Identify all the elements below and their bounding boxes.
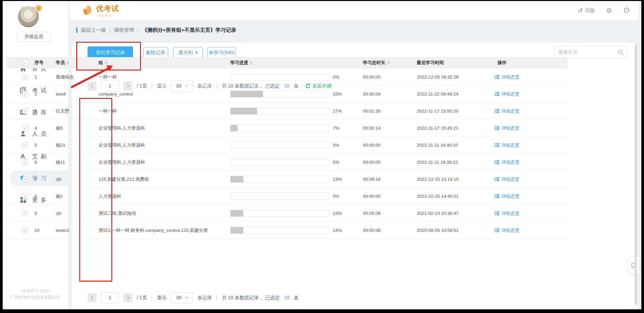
row-checkbox[interactable]: ✓ (22, 227, 28, 233)
logo-bird-icon (81, 4, 94, 17)
cell-duration: 00:09:18 (363, 171, 381, 188)
cell-group: 企业管理科,人力资源科 (99, 137, 145, 154)
topbar: 优考试 一匠优考试一 ↺ 旧版 ⚙ (70, 1, 639, 20)
show-label: 显示 (157, 295, 166, 301)
detail-list-icon (495, 177, 499, 181)
delete-records-button[interactable]: 删除记录 (143, 47, 168, 58)
avatar[interactable]: V (17, 6, 39, 28)
header-duration[interactable]: 学习总时长 (363, 57, 390, 68)
sort-icon[interactable] (67, 61, 69, 64)
detail-progress-link[interactable]: 详细进度 (495, 154, 519, 171)
page-number-input[interactable] (101, 292, 119, 303)
detail-list-icon (495, 194, 499, 198)
cell-duration: 00:00:00 (363, 154, 381, 171)
cell-student: lester2 (56, 222, 70, 239)
row-checkbox[interactable]: ✓ (22, 142, 28, 148)
vip-badge-icon: V (35, 4, 42, 12)
row-checkbox[interactable]: ✓ (22, 91, 28, 97)
separator: | (216, 295, 218, 300)
cell-index: 10 (34, 222, 39, 239)
progress-bar (230, 176, 329, 183)
unlearned-filter-button[interactable]: 未学习(540) (207, 47, 236, 58)
header-actions: 操作 (498, 57, 507, 68)
sort-icon[interactable] (387, 61, 390, 64)
cell-last-time: 2022-11-22 09:48:24 (417, 86, 458, 103)
breadcrumb-back-link[interactable]: 返回上一级 (81, 27, 106, 33)
detail-progress-link[interactable]: 详细进度 (495, 103, 519, 120)
cell-index: 5 (34, 137, 37, 154)
search-input[interactable] (558, 46, 615, 58)
learning-records-table: ✓ 序号 学员 组 学习进度 学习总时长 最近学习时间 操作 ✓ 1 風继续吹 … (7, 57, 567, 239)
footer-line1: 优考试 © 2023 (3, 288, 68, 294)
cell-group: 测试二组,测试拖动 (99, 205, 136, 222)
header-last-time: 最近学习时间 (417, 57, 444, 68)
cell-last-time: 2022-11-17 15:50:20 (417, 103, 458, 120)
table-row: ✓ 9 zjh 测试二组,测试拖动 13% 00:05:09 2021-02-2… (7, 205, 567, 222)
settings-gear-icon[interactable]: ⚙ (606, 7, 612, 14)
detail-progress-link[interactable]: 详细进度 (495, 86, 519, 103)
breadcrumb: 返回上一级 | 课程管理 / 《测积分+所有组+不显示主页》学习记录 (76, 26, 236, 34)
power-logout-icon[interactable] (623, 7, 630, 15)
progress-bar (230, 227, 329, 234)
app-window: V 升级会员 首 页 考 试 题 库 人 员 (3, 1, 641, 309)
cell-duration: 00:05:09 (363, 205, 381, 222)
row-checkbox[interactable]: ✓ (22, 159, 28, 165)
sort-icon[interactable] (105, 61, 108, 64)
cell-percent: 27% (333, 103, 342, 120)
cell-group: 人力资源科 (99, 188, 121, 205)
row-checkbox[interactable]: ✓ (22, 125, 28, 131)
row-checkbox[interactable]: ✓ (22, 108, 28, 114)
select-all-checkbox[interactable]: ✓ (22, 60, 28, 65)
table-row: ✓ 2 test4 company_control 33% 00:30:04 2… (7, 86, 567, 103)
detail-progress-link[interactable]: 详细进度 (495, 120, 519, 137)
detail-progress-link[interactable]: 详细进度 (495, 68, 519, 86)
header-student[interactable]: 学员 (56, 57, 69, 68)
show-columns-label: 显示列 (178, 49, 193, 56)
show-columns-dropdown[interactable]: 显示列 (173, 47, 203, 58)
breadcrumb-accent-bar (76, 27, 78, 33)
detail-progress-link[interactable]: 详细进度 (495, 171, 519, 188)
cell-student: 杨1 (56, 188, 63, 205)
cell-duration: 00:00:00 (363, 188, 381, 205)
cell-student: zjh (56, 205, 61, 222)
next-page-button[interactable] (123, 293, 132, 302)
row-checkbox[interactable]: ✓ (22, 193, 28, 199)
page-title: 《测积分+所有组+不显示主页》学习记录 (142, 27, 236, 34)
cell-index: 9 (34, 205, 37, 222)
records-label: 条记录 (197, 295, 212, 301)
cell-percent: 0% (333, 137, 340, 154)
header-group[interactable]: 组 (99, 57, 108, 68)
cell-group: company_control (99, 86, 133, 103)
breadcrumb-section-link[interactable]: 课程管理 (114, 27, 134, 33)
search-icon[interactable] (618, 49, 624, 57)
progress-bar (230, 125, 329, 132)
upgrade-member-button[interactable]: 升级会员 (17, 32, 51, 42)
table-row: ✓ 4 杨5 企业管理科,人力资源科 7% 00:00:14 2022-11-1… (7, 120, 567, 137)
sort-icon[interactable] (250, 61, 253, 64)
progress-bar (230, 210, 329, 217)
cell-percent: 33% (333, 86, 342, 103)
chevron-down-icon (185, 295, 188, 298)
detail-progress-link[interactable]: 详细进度 (495, 205, 519, 222)
row-checkbox[interactable]: ✓ (22, 176, 28, 182)
detail-progress-link[interactable]: 详细进度 (495, 137, 519, 154)
detail-progress-link[interactable]: 详细进度 (495, 222, 519, 239)
cell-percent: 13% (333, 222, 342, 239)
header-progress[interactable]: 学习进度 (230, 57, 253, 68)
separator: | (151, 295, 153, 300)
chat-float-button[interactable] (628, 257, 639, 274)
cell-student: 杨5 (56, 120, 63, 137)
row-checkbox[interactable]: ✓ (22, 210, 28, 216)
old-version-button[interactable]: ↺ 旧版 (577, 7, 595, 14)
table-row: ✓ 3 任天野 一样一样 27% 00:01:35 2022-11-17 15:… (7, 103, 567, 120)
cell-index: 2 (34, 86, 37, 103)
breadcrumb-separator: / (137, 27, 139, 33)
cell-last-time: 2022-10-25 14:40:21 (417, 188, 459, 205)
detail-progress-link[interactable]: 详细进度 (495, 188, 519, 205)
detail-list-icon (495, 228, 499, 232)
prev-page-button[interactable] (88, 293, 97, 302)
scrollbar[interactable] (635, 44, 637, 305)
per-page-select[interactable]: 30 (171, 292, 193, 303)
row-checkbox[interactable]: ✓ (22, 74, 28, 80)
cell-index: 4 (34, 120, 37, 137)
